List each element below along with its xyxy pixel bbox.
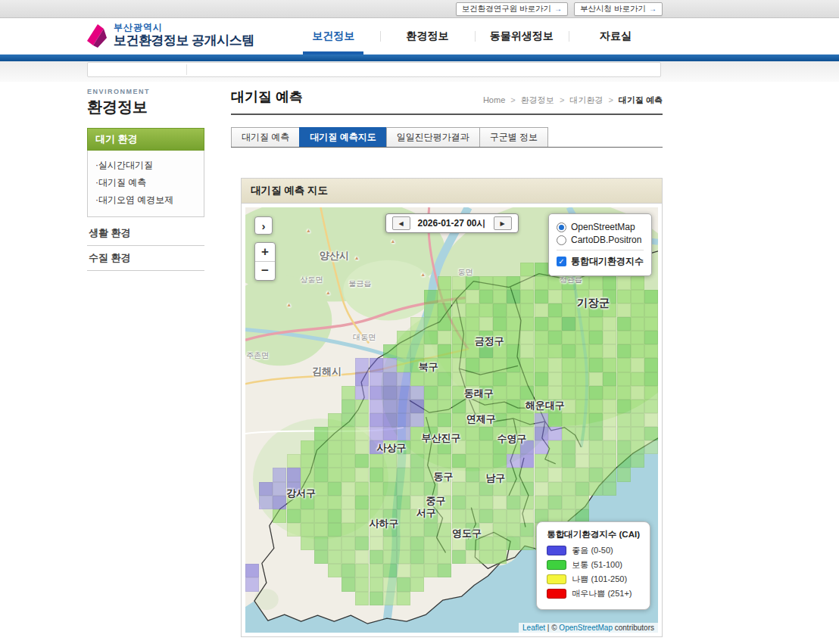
- grid-cell: [355, 496, 369, 509]
- grid-cell: [575, 400, 589, 413]
- busan-city-hall-link[interactable]: 부산시청 바로가기 →: [574, 2, 663, 16]
- grid-cell: [562, 290, 575, 303]
- grid-cell: [562, 482, 575, 496]
- grid-cell: [328, 427, 342, 440]
- grid-cell: [520, 440, 534, 454]
- grid-cell: [438, 482, 451, 496]
- grid-cell: [535, 482, 548, 496]
- grid-cell: [631, 290, 644, 303]
- breadcrumb-air[interactable]: 대기환경: [569, 95, 603, 104]
- sidebar-item-living-environment[interactable]: 생활 환경: [87, 221, 204, 246]
- grid-cell: [535, 303, 548, 317]
- grid-cell: [603, 303, 616, 317]
- nav-health-info[interactable]: 보건정보: [286, 18, 380, 54]
- grid-cell: [410, 468, 424, 481]
- grid-cell: [520, 496, 534, 509]
- grid-cell: [424, 482, 438, 496]
- sidebar-item-air-pollution-alert[interactable]: ·대기오염 예경보제: [95, 191, 196, 209]
- checkbox-checked-icon: ✓: [557, 257, 566, 266]
- grid-cell: [383, 577, 397, 591]
- grid-cell: [452, 276, 466, 290]
- grid-cell: [507, 400, 520, 413]
- osm-link[interactable]: OpenStreetMap: [559, 624, 613, 632]
- grid-cell: [424, 317, 438, 331]
- grid-cell: [301, 537, 314, 550]
- grid-cell: [520, 386, 534, 400]
- grid-cell: [548, 386, 562, 400]
- grid-cell: [631, 440, 644, 454]
- grid-cell: [410, 537, 424, 550]
- grid-cell: [410, 358, 424, 372]
- grid-cell: [644, 372, 658, 386]
- grid-cell: [452, 537, 466, 550]
- grid-cell: [520, 413, 534, 427]
- grid-cell: [452, 372, 466, 386]
- breadcrumb-environment[interactable]: 환경정보: [521, 95, 554, 104]
- grid-cell: [410, 344, 424, 358]
- next-time-button[interactable]: ▶: [494, 216, 512, 230]
- grid-cell: [342, 482, 355, 496]
- submenu-label: 대기오염 예경보제: [98, 194, 173, 205]
- breadcrumb: Home > 환경정보 > 대기환경 > 대기질 예측: [483, 95, 663, 106]
- grid-cell: [355, 577, 369, 591]
- site-logo[interactable]: 부산광역시 보건환경정보 공개시스템: [86, 23, 254, 48]
- grid-cell: [493, 440, 507, 454]
- grid-cell: [617, 344, 631, 358]
- grid-cell: [466, 331, 479, 344]
- grid-cell: [617, 400, 631, 413]
- sidebar-title: 환경정보: [87, 97, 204, 117]
- grid-cell: [644, 290, 658, 303]
- grid-cell: [438, 523, 451, 537]
- grid-cell: [479, 317, 493, 331]
- grid-cell: [410, 577, 424, 591]
- sidebar-expand-button[interactable]: ›: [254, 216, 273, 235]
- sidebar-item-air-environment[interactable]: 대기 환경: [87, 128, 204, 151]
- grid-cell: [438, 468, 451, 481]
- prev-time-button[interactable]: ◀: [391, 216, 410, 230]
- grid-cell: [383, 358, 397, 372]
- grid-cell: [603, 386, 616, 400]
- grid-cell: [452, 317, 466, 331]
- grid-cell: [397, 386, 410, 400]
- leaflet-link[interactable]: Leaflet: [522, 624, 545, 632]
- grid-cell: [466, 290, 479, 303]
- sidebar-item-air-quality-forecast[interactable]: ·대기질 예측: [95, 174, 196, 191]
- sidebar-item-realtime-air-quality[interactable]: ·실시간대기질: [95, 157, 196, 174]
- grid-cell: [438, 358, 451, 372]
- global-nav: 보건정보 환경정보 동물위생정보 자료실: [286, 18, 663, 54]
- grid-cell: [370, 427, 383, 440]
- grid-cell: [328, 496, 342, 509]
- breadcrumb-home[interactable]: Home: [483, 95, 505, 104]
- grid-cell: [479, 400, 493, 413]
- nav-environment-info[interactable]: 환경정보: [380, 18, 474, 54]
- grid-cell: [479, 276, 493, 290]
- grid-cell: [479, 427, 493, 440]
- health-env-institute-link[interactable]: 보건환경연구원 바로가기 →: [456, 2, 568, 16]
- grid-cell: [410, 317, 424, 331]
- grid-cell: [603, 400, 616, 413]
- legend-label: 매우나쁨 (251+): [572, 588, 632, 599]
- quick-bar-divider: [186, 64, 187, 75]
- nav-resources[interactable]: 자료실: [569, 18, 663, 54]
- grid-cell: [535, 372, 548, 386]
- overlay-option-cai[interactable]: ✓ 통합대기환경지수: [557, 255, 644, 268]
- sidebar-item-water-environment[interactable]: 수질 환경: [87, 246, 204, 271]
- nav-animal-hygiene-info[interactable]: 동물위생정보: [475, 18, 569, 54]
- grid-cell: [287, 496, 301, 509]
- grid-cell: [355, 550, 369, 564]
- grid-cell: [355, 386, 369, 400]
- layer-option-openstreetmap[interactable]: OpenStreetMap: [557, 222, 644, 232]
- leaflet-map[interactable]: 양산시김해시기장군금정구북구동래구해운대구연제구부산진구수영구사상구동구남구강서…: [245, 207, 658, 633]
- zoom-in-button[interactable]: +: [255, 243, 275, 262]
- layer-option-cartodb-positron[interactable]: CartoDB.Positron: [557, 235, 644, 245]
- tab-daily-assessment[interactable]: 일일진단평가결과: [386, 127, 480, 147]
- zoom-out-button[interactable]: −: [255, 262, 275, 280]
- tab-district-info[interactable]: 구군별 정보: [479, 127, 548, 147]
- tab-air-quality-forecast[interactable]: 대기질 예측: [231, 127, 300, 147]
- grid-cell: [328, 523, 342, 537]
- grid-cell: [535, 440, 548, 454]
- tab-forecast-map[interactable]: 대기질 예측지도: [299, 127, 386, 147]
- grid-cell: [507, 427, 520, 440]
- grid-cell: [575, 276, 589, 290]
- grid-cell: [520, 358, 534, 372]
